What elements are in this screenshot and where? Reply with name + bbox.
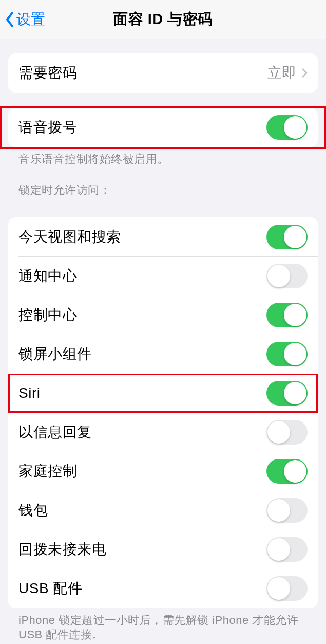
lock-access-toggle[interactable] — [266, 225, 308, 249]
back-label: 设置 — [16, 10, 45, 29]
require-passcode-row[interactable]: 需要密码 立即 — [8, 53, 318, 93]
lock-access-toggle[interactable] — [266, 459, 308, 484]
voice-dial-label: 语音拨号 — [18, 118, 266, 137]
toggle-knob — [267, 538, 290, 561]
lock-access-toggle[interactable] — [266, 537, 308, 562]
lock-access-row: Siri — [8, 374, 318, 413]
lock-access-label: 控制中心 — [18, 305, 266, 325]
lock-access-row: USB 配件 — [8, 569, 318, 608]
lock-access-label: 锁屏小组件 — [18, 344, 266, 364]
lock-access-toggle[interactable] — [266, 576, 308, 601]
lock-access-toggle[interactable] — [266, 303, 308, 327]
lock-access-row: 以信息回复 — [8, 413, 318, 452]
voice-dial-footer: 音乐语音控制将始终被启用。 — [0, 147, 326, 167]
voice-dial-row: 语音拨号 — [8, 108, 318, 147]
lock-access-label: 钱包 — [18, 501, 266, 520]
toggle-knob — [284, 226, 306, 248]
lock-access-label: 回拨未接来电 — [18, 540, 266, 559]
chevron-left-icon — [5, 12, 14, 27]
passcode-group: 需要密码 立即 — [8, 53, 318, 93]
lock-access-row: 通知中心 — [8, 256, 318, 296]
lock-access-toggle[interactable] — [266, 420, 308, 445]
voice-dial-toggle[interactable] — [266, 115, 308, 140]
navigation-bar: 设置 面容 ID 与密码 — [0, 0, 326, 39]
back-button[interactable]: 设置 — [5, 10, 45, 29]
usb-footer: iPhone 锁定超过一小时后，需先解锁 iPhone 才能允许 USB 配件连… — [0, 608, 326, 642]
toggle-knob — [284, 460, 306, 483]
require-passcode-label: 需要密码 — [18, 63, 267, 83]
lock-access-row: 控制中心 — [8, 296, 318, 335]
toggle-knob — [267, 577, 290, 600]
toggle-knob — [284, 116, 306, 139]
toggle-knob — [284, 382, 306, 404]
require-passcode-value: 立即 — [267, 63, 296, 83]
lock-access-header: 锁定时允许访问： — [0, 167, 326, 202]
lock-access-row: 回拨未接来电 — [8, 530, 318, 569]
toggle-knob — [267, 265, 290, 287]
lock-access-toggle[interactable] — [266, 381, 308, 406]
toggle-knob — [284, 343, 306, 365]
chevron-right-icon — [301, 68, 308, 78]
toggle-knob — [284, 304, 306, 326]
lock-access-row: 今天视图和搜索 — [8, 217, 318, 256]
lock-access-row: 钱包 — [8, 491, 318, 530]
lock-access-group: 今天视图和搜索通知中心控制中心锁屏小组件Siri以信息回复家庭控制钱包回拨未接来… — [8, 217, 318, 608]
lock-access-label: Siri — [18, 385, 266, 401]
lock-access-label: 通知中心 — [18, 266, 266, 286]
voice-dial-group: 语音拨号 — [8, 108, 318, 147]
lock-access-label: 以信息回复 — [18, 422, 266, 442]
lock-access-toggle[interactable] — [266, 342, 308, 366]
lock-access-toggle[interactable] — [266, 264, 308, 288]
lock-access-label: 家庭控制 — [18, 462, 266, 481]
lock-access-row: 锁屏小组件 — [8, 335, 318, 374]
lock-access-toggle[interactable] — [266, 498, 308, 523]
toggle-knob — [267, 499, 290, 522]
toggle-knob — [267, 421, 290, 444]
lock-access-row: 家庭控制 — [8, 452, 318, 491]
page-title: 面容 ID 与密码 — [113, 9, 213, 30]
lock-access-label: USB 配件 — [18, 579, 266, 598]
lock-access-label: 今天视图和搜索 — [18, 227, 266, 247]
